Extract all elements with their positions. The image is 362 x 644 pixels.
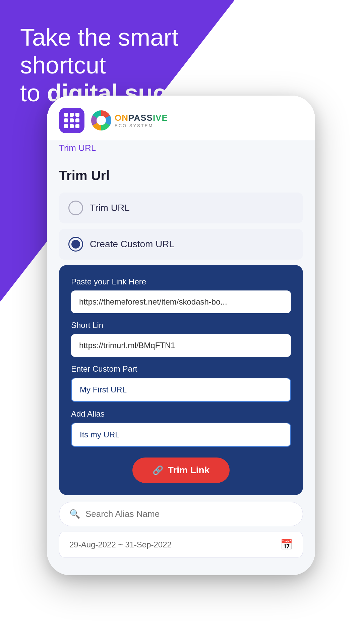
form-card: Paste your Link Here Short Lin Enter Cus… (59, 265, 303, 495)
grid-menu-button[interactable] (59, 108, 84, 133)
date-range-bar[interactable]: 29-Aug-2022 ~ 31-Sep-2022 📅 (59, 532, 303, 557)
paste-link-label: Paste your Link Here (71, 277, 291, 286)
hero-line1: Take the smart shortcut (20, 23, 255, 79)
paste-link-input[interactable] (71, 290, 291, 313)
trim-link-button[interactable]: 🔗 Trim Link (132, 458, 230, 483)
search-bar[interactable]: 🔍 (59, 502, 303, 526)
alias-label: Add Alias (71, 409, 291, 419)
search-icon: 🔍 (69, 509, 80, 519)
short-link-input[interactable] (71, 334, 291, 357)
alias-input[interactable] (71, 423, 291, 447)
phone-screen: ONPASSIVE ECO SYSTEM Trim URL Trim Url T… (47, 96, 315, 575)
content-area: Trim Url Trim URL Create Custom URL Past… (47, 156, 315, 570)
logo-tagline: ECO SYSTEM (115, 123, 168, 128)
custom-part-label: Enter Custom Part (71, 364, 291, 374)
grid-icon (64, 113, 79, 128)
link-icon: 🔗 (153, 465, 163, 476)
radio-create-custom-url-label: Create Custom URL (90, 239, 174, 250)
trim-btn-label: Trim Link (168, 465, 209, 476)
date-range-text: 29-Aug-2022 ~ 31-Sep-2022 (69, 540, 172, 549)
custom-part-input[interactable] (71, 378, 291, 402)
radio-inner-dot (71, 240, 80, 249)
logo-text: ONPASSIVE ECO SYSTEM (115, 113, 168, 128)
phone-device: ONPASSIVE ECO SYSTEM Trim URL Trim Url T… (47, 96, 315, 575)
radio-create-custom-url[interactable]: Create Custom URL (59, 229, 303, 260)
onpassive-logo: ONPASSIVE ECO SYSTEM (91, 110, 168, 130)
short-link-label: Short Lin (71, 321, 291, 330)
calendar-icon: 📅 (280, 539, 293, 550)
hero-line2-prefix: to (20, 79, 47, 106)
nav-trim-url[interactable]: Trim URL (47, 140, 315, 156)
radio-trim-url-label: Trim URL (90, 203, 130, 213)
radio-trim-url[interactable]: Trim URL (59, 193, 303, 223)
logo-circle-icon (91, 110, 111, 130)
radio-circle-trim-url (68, 201, 83, 215)
radio-circle-custom-url (68, 237, 83, 252)
search-alias-input[interactable] (85, 509, 293, 519)
hero-section: Take the smart shortcut to digital succe… (20, 23, 255, 107)
app-header: ONPASSIVE ECO SYSTEM (47, 96, 315, 140)
logo-name: ONPASSIVE (115, 113, 168, 123)
page-title: Trim Url (59, 168, 303, 183)
